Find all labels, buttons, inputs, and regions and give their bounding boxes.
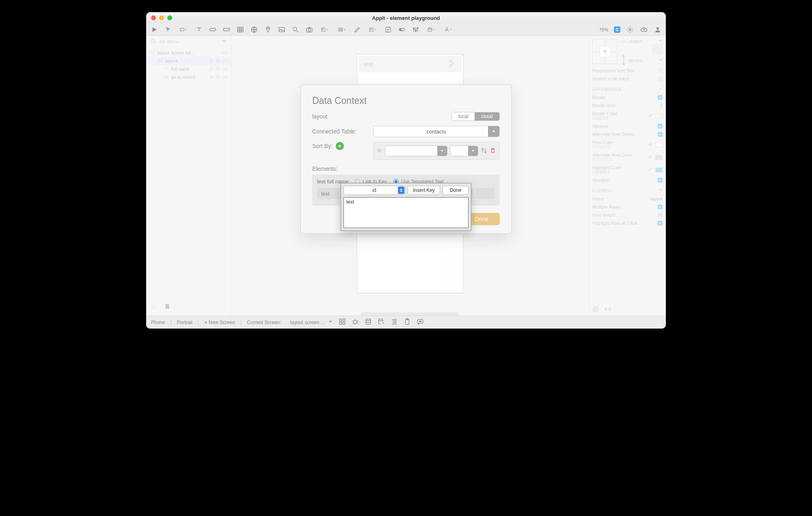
svg-point-47 xyxy=(421,321,421,322)
user-tool-icon[interactable] xyxy=(443,26,454,34)
svg-point-41 xyxy=(378,319,383,321)
insert-key-button[interactable]: Insert Key xyxy=(408,186,440,195)
database-icon[interactable] xyxy=(365,318,372,327)
svg-rect-14 xyxy=(386,27,391,32)
svg-point-18 xyxy=(415,30,417,31)
svg-point-45 xyxy=(419,321,420,322)
cloud-icon[interactable] xyxy=(640,26,648,34)
svg-rect-12 xyxy=(339,28,342,31)
svg-point-46 xyxy=(420,321,421,322)
scope-local-option[interactable]: local xyxy=(452,112,475,120)
delete-sort-button[interactable] xyxy=(490,147,496,155)
current-screen-select[interactable]: layout screen … xyxy=(290,319,333,325)
modal-title: Data Context xyxy=(312,95,500,106)
input-tool-icon[interactable] xyxy=(222,26,231,34)
window-title: Appli - element playground xyxy=(146,15,666,21)
svg-point-40 xyxy=(366,319,371,321)
sort-order-icon[interactable] xyxy=(481,147,487,155)
form-tool-icon[interactable] xyxy=(367,26,378,34)
chevron-down-icon xyxy=(468,146,478,156)
connected-table-label: Connected Table: xyxy=(312,128,369,135)
account-icon[interactable] xyxy=(654,26,662,34)
current-screen-label: Current Screen: xyxy=(247,320,281,325)
settings-icon[interactable] xyxy=(626,26,634,34)
list-tool-icon[interactable] xyxy=(336,26,348,34)
new-screen-button[interactable]: + New Screen xyxy=(204,320,235,325)
svg-point-19 xyxy=(417,27,418,28)
sort-field-select[interactable] xyxy=(385,146,447,156)
orientation-selector[interactable]: Portrait xyxy=(177,320,193,325)
cursor-icon[interactable] xyxy=(164,26,172,34)
svg-rect-0 xyxy=(180,28,184,31)
chevron-down-icon xyxy=(328,319,333,325)
titlebar: Appli - element playground xyxy=(146,12,666,24)
app-window: Appli - element playground 75% xyxy=(146,12,666,329)
chat-icon[interactable] xyxy=(417,318,424,327)
slider-tool-icon[interactable] xyxy=(412,26,420,34)
play-icon[interactable] xyxy=(150,26,158,34)
sort-by-label: Sort By: xyxy=(312,143,333,149)
globe-tool-icon[interactable] xyxy=(250,26,258,34)
svg-rect-3 xyxy=(238,27,243,32)
zoom-percent: 75% xyxy=(599,27,608,32)
text-tool-icon[interactable] xyxy=(195,26,203,34)
layout-label: layout xyxy=(312,113,369,120)
gallery-tool-icon[interactable] xyxy=(319,26,330,34)
svg-point-9 xyxy=(308,28,311,31)
zoom-stepper[interactable] xyxy=(614,26,620,33)
svg-point-22 xyxy=(629,28,631,30)
toggle-tool-icon[interactable] xyxy=(398,26,406,34)
sort-row xyxy=(373,142,500,160)
svg-rect-13 xyxy=(369,28,373,31)
svg-rect-37 xyxy=(339,322,341,325)
add-sort-button[interactable]: + xyxy=(336,142,344,150)
svg-point-21 xyxy=(446,28,448,30)
svg-point-23 xyxy=(657,27,659,30)
main-toolbar: 75% xyxy=(146,24,666,36)
svg-point-7 xyxy=(293,27,297,31)
scope-cloud-option[interactable]: cloud xyxy=(475,112,499,120)
footer-bar: Phone Portrait + New Screen Current Scre… xyxy=(146,316,666,329)
database-link-icon[interactable] xyxy=(378,318,385,327)
date-tool-icon[interactable] xyxy=(425,26,437,34)
elements-label: Elements: xyxy=(312,166,500,172)
pin-tool-icon[interactable] xyxy=(264,26,272,34)
image-tool-icon[interactable] xyxy=(278,26,286,34)
drag-handle-icon[interactable] xyxy=(377,148,382,155)
table-tool-icon[interactable] xyxy=(236,26,244,34)
svg-point-5 xyxy=(268,28,269,29)
svg-rect-10 xyxy=(322,28,325,31)
checkbox-tool-icon[interactable] xyxy=(384,26,392,34)
svg-rect-2 xyxy=(224,28,230,31)
template-key-popover: id Insert Key Done xyxy=(341,183,471,231)
svg-rect-35 xyxy=(339,319,341,321)
key-field-select[interactable]: id xyxy=(343,186,405,195)
element-extra-input[interactable] xyxy=(476,188,495,199)
chevron-down-icon xyxy=(488,126,499,137)
svg-point-16 xyxy=(400,28,402,30)
connected-table-select[interactable]: contacts xyxy=(373,126,500,137)
clipboard-icon[interactable] xyxy=(404,318,411,327)
device-selector[interactable]: Phone xyxy=(151,320,165,325)
svg-rect-36 xyxy=(343,319,345,321)
rect-tool-icon[interactable] xyxy=(178,26,189,34)
svg-rect-38 xyxy=(343,322,345,325)
template-text-area[interactable] xyxy=(343,197,469,228)
bug-icon[interactable] xyxy=(352,318,359,327)
svg-point-17 xyxy=(413,28,415,29)
scope-segment: local cloud xyxy=(451,112,500,121)
sort-direction-select[interactable] xyxy=(450,146,478,156)
edit-tool-icon[interactable] xyxy=(353,26,361,34)
grid-view-icon[interactable] xyxy=(339,318,346,327)
stepper-icon xyxy=(398,187,404,194)
button-tool-icon[interactable] xyxy=(209,26,217,34)
svg-rect-1 xyxy=(210,28,216,31)
camera-tool-icon[interactable] xyxy=(305,26,313,34)
svg-point-39 xyxy=(353,320,357,324)
svg-rect-6 xyxy=(279,27,285,32)
chevron-down-icon xyxy=(437,146,447,156)
popover-done-button[interactable]: Done xyxy=(443,186,469,195)
svg-rect-20 xyxy=(428,28,432,31)
search-tool-icon[interactable] xyxy=(292,26,300,34)
outline-icon[interactable] xyxy=(391,318,398,327)
